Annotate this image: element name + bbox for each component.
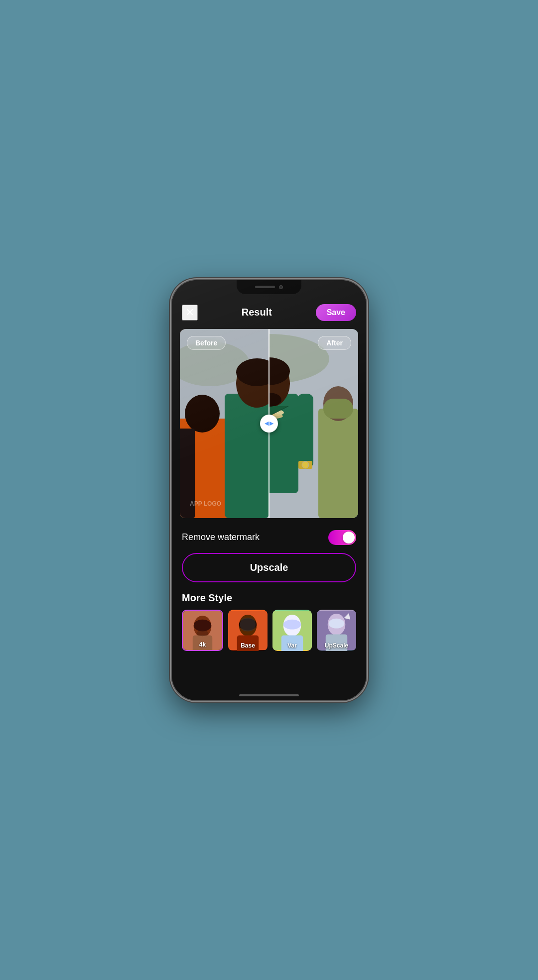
before-image: APP LOGO — [180, 329, 269, 518]
style-item-4k[interactable]: 4k — [182, 610, 223, 651]
svg-rect-11 — [297, 394, 313, 468]
compare-slider-handle[interactable]: ◀ ▶ — [260, 415, 278, 433]
svg-point-37 — [197, 630, 209, 636]
page-title: Result — [242, 307, 272, 318]
before-label: Before — [187, 336, 226, 350]
screen: ✕ Result Save — [172, 280, 366, 700]
svg-rect-29 — [225, 394, 269, 518]
save-button[interactable]: Save — [316, 304, 356, 321]
style-item-var[interactable]: Var — [272, 610, 312, 651]
style-label-4k: 4k — [183, 641, 222, 648]
close-icon: ✕ — [185, 307, 194, 318]
front-camera — [279, 285, 283, 289]
svg-point-47 — [283, 619, 301, 629]
style-grid: 4k Base — [182, 610, 356, 651]
toggle-thumb — [343, 532, 355, 544]
svg-point-51 — [329, 618, 345, 628]
style-label-base: Base — [228, 642, 268, 649]
svg-text:APP LOGO: APP LOGO — [190, 500, 221, 507]
slider-arrows-icon: ◀ ▶ — [265, 420, 273, 427]
svg-point-27 — [185, 395, 220, 433]
watermark-row: Remove watermark — [182, 530, 356, 545]
close-button[interactable]: ✕ — [182, 305, 198, 321]
upscale-button[interactable]: Upscale — [182, 553, 356, 582]
notch — [237, 280, 301, 294]
svg-rect-19 — [323, 399, 353, 419]
svg-point-36 — [194, 619, 212, 631]
svg-point-13 — [302, 461, 309, 468]
style-item-upscale[interactable]: UpScale — [317, 610, 356, 651]
more-style-title: More Style — [182, 592, 356, 604]
after-label: After — [318, 336, 351, 350]
svg-rect-42 — [240, 617, 256, 631]
image-compare[interactable]: ©watermark — [180, 329, 358, 518]
svg-rect-17 — [318, 409, 358, 518]
watermark-label: Remove watermark — [182, 532, 260, 543]
header: ✕ Result Save — [172, 298, 366, 325]
app-content: ✕ Result Save — [172, 298, 366, 700]
phone-frame: ✕ Result Save — [172, 280, 366, 700]
style-label-upscale: UpScale — [317, 642, 356, 649]
home-indicator — [239, 694, 299, 696]
watermark-toggle[interactable] — [328, 530, 356, 545]
controls-area: Remove watermark Upscale More Style — [172, 522, 366, 700]
style-item-base[interactable]: Base — [228, 610, 268, 651]
speaker — [255, 286, 275, 288]
style-label-var: Var — [272, 642, 312, 649]
